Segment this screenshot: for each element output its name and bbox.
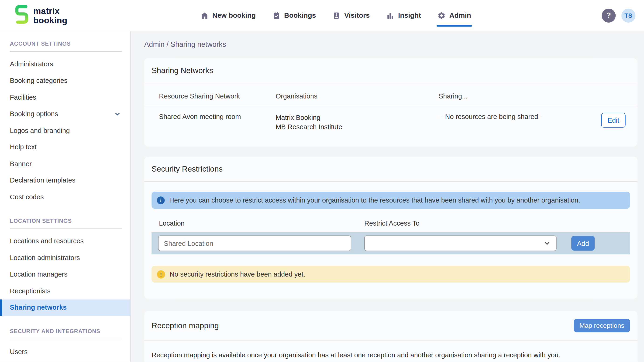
section-items: Locations and resources Location adminis… [0, 233, 130, 316]
sidebar-item-label: Booking options [10, 110, 58, 118]
column-header-organisations: Organisations [276, 92, 439, 100]
sidebar-item-label: Booking categories [10, 77, 67, 84]
calendar-check-icon [272, 11, 280, 19]
organisation-name: MB Research Institute [276, 122, 439, 132]
nav-admin[interactable]: Admin [438, 0, 471, 31]
info-banner: i Here you can choose to restrict access… [152, 191, 630, 209]
sidebar-item-users[interactable]: Users [0, 343, 130, 360]
security-restrictions-card: Security Restrictions i Here you can cho… [144, 157, 638, 299]
nav-new-booking[interactable]: New booking [200, 0, 256, 31]
organisation-name: Matrix Booking [276, 113, 439, 122]
section-divider [10, 228, 122, 229]
cell-sharing-status: -- No resources are being shared -- [439, 113, 588, 121]
reception-mapping-card: Reception mapping Map receptions Recepti… [144, 311, 638, 362]
brand-name: matrix booking [33, 6, 67, 25]
sidebar-item-declaration-templates[interactable]: Declaration templates [0, 172, 130, 188]
nav-label: Bookings [284, 11, 316, 19]
warning-icon: ! [157, 270, 165, 278]
gear-icon [438, 11, 446, 19]
primary-nav: New booking Bookings Visitors [200, 0, 471, 31]
sidebar-item-booking-categories[interactable]: Booking categories [0, 72, 130, 89]
sidebar-section-account-settings: ACCOUNT SETTINGS Administrators Booking … [0, 40, 130, 205]
sidebar-item-label: Facilities [10, 93, 36, 101]
edit-button[interactable]: Edit [601, 113, 626, 128]
sidebar-item-cost-codes[interactable]: Cost codes [0, 189, 130, 205]
location-label: Location [159, 219, 184, 227]
sidebar-item-label: Logos and branding [10, 127, 70, 134]
form-labels-row: Location Restrict Access To [152, 219, 630, 228]
sidebar-item-booking-options[interactable]: Booking options [0, 106, 130, 122]
add-button[interactable]: Add [571, 236, 594, 250]
info-icon: i [157, 196, 164, 204]
sidebar-item-label: Administrators [10, 60, 53, 68]
sidebar-item-label: Declaration templates [10, 177, 75, 184]
top-bar: matrix booking New booking Bookings [0, 0, 644, 31]
sharing-networks-title: Sharing Networks [152, 66, 213, 75]
chevron-down-icon [543, 239, 551, 247]
sidebar-item-help-text[interactable]: Help text [0, 139, 130, 155]
column-header-sharing: Sharing... [439, 92, 588, 100]
sidebar-item-label: Users [10, 348, 28, 356]
section-title: ACCOUNT SETTINGS [10, 40, 122, 46]
nav-label: Admin [450, 11, 471, 19]
card-title-row: Reception mapping Map receptions [144, 311, 638, 340]
breadcrumb: Admin / Sharing networks [144, 40, 638, 49]
sidebar-item-location-administrators[interactable]: Location administrators [0, 249, 130, 266]
sidebar-item-label: Cost codes [10, 193, 44, 201]
sidebar-item-label: Banner [10, 160, 32, 168]
security-restrictions-title: Security Restrictions [152, 165, 222, 174]
admin-sidebar: ACCOUNT SETTINGS Administrators Booking … [0, 31, 130, 362]
sidebar-item-label: Receptionists [10, 287, 50, 295]
restrict-access-select[interactable] [364, 235, 556, 251]
brand-logo[interactable]: matrix booking [15, 4, 67, 26]
security-restrictions-body: i Here you can choose to restrict access… [144, 182, 638, 299]
section-title: LOCATION SETTINGS [10, 218, 122, 224]
nav-label: New booking [212, 11, 256, 19]
sidebar-item-sharing-networks[interactable]: Sharing networks [0, 299, 130, 316]
card-title: Sharing Networks [144, 58, 638, 83]
table-row: Shared Avon meeting room Matrix Booking … [144, 106, 638, 147]
shared-location-input[interactable] [158, 235, 351, 251]
chevron-down-icon [114, 110, 121, 118]
section-items: Users [0, 343, 130, 360]
sidebar-item-location-managers[interactable]: Location managers [0, 266, 130, 283]
sidebar-item-logos-and-branding[interactable]: Logos and branding [0, 122, 130, 139]
sidebar-item-label: Locations and resources [10, 237, 84, 245]
home-icon [200, 11, 208, 19]
sidebar-section-location-settings: LOCATION SETTINGS Locations and resource… [0, 218, 130, 316]
nav-bookings[interactable]: Bookings [272, 0, 316, 31]
cell-network-name: Shared Avon meeting room [159, 113, 276, 121]
warning-banner: ! No security restrictions have been add… [152, 266, 630, 283]
sidebar-item-locations-and-resources[interactable]: Locations and resources [0, 233, 130, 249]
sidebar-item-label: Sharing networks [10, 304, 67, 311]
sidebar-item-banner[interactable]: Banner [0, 156, 130, 172]
table-header-row: Resource Sharing Network Organisations S… [144, 83, 638, 106]
nav-visitors[interactable]: Visitors [332, 0, 370, 31]
bar-chart-icon [386, 11, 394, 19]
section-items: Administrators Booking categories Facili… [0, 56, 130, 205]
section-title: SECURITY AND INTEGRATIONS [10, 328, 122, 334]
reception-mapping-description: Reception mapping is available once your… [144, 341, 638, 362]
user-avatar[interactable]: TS [622, 8, 636, 22]
question-mark-icon: ? [606, 11, 611, 20]
map-receptions-button[interactable]: Map receptions [574, 319, 630, 332]
nav-label: Insight [398, 11, 421, 19]
sidebar-item-label: Location administrators [10, 254, 80, 261]
sidebar-item-receptionists[interactable]: Receptionists [0, 283, 130, 299]
section-divider [10, 339, 122, 340]
add-restriction-form: Add [152, 232, 630, 254]
app-root: matrix booking New booking Bookings [0, 0, 644, 362]
avatar-initials: TS [624, 12, 632, 19]
nav-insight[interactable]: Insight [386, 0, 421, 31]
visitor-badge-icon [332, 11, 340, 19]
matrix-booking-logo-icon [15, 4, 29, 26]
help-button[interactable]: ? [602, 8, 616, 22]
sidebar-item-administrators[interactable]: Administrators [0, 56, 130, 72]
reception-mapping-title: Reception mapping [152, 321, 219, 330]
nav-label: Visitors [344, 11, 370, 19]
sidebar-item-facilities[interactable]: Facilities [0, 89, 130, 105]
sharing-networks-card: Sharing Networks Resource Sharing Networ… [144, 58, 638, 147]
column-header-network: Resource Sharing Network [159, 92, 276, 100]
warning-banner-text: No security restrictions have been added… [170, 270, 305, 278]
sidebar-item-label: Location managers [10, 271, 67, 278]
